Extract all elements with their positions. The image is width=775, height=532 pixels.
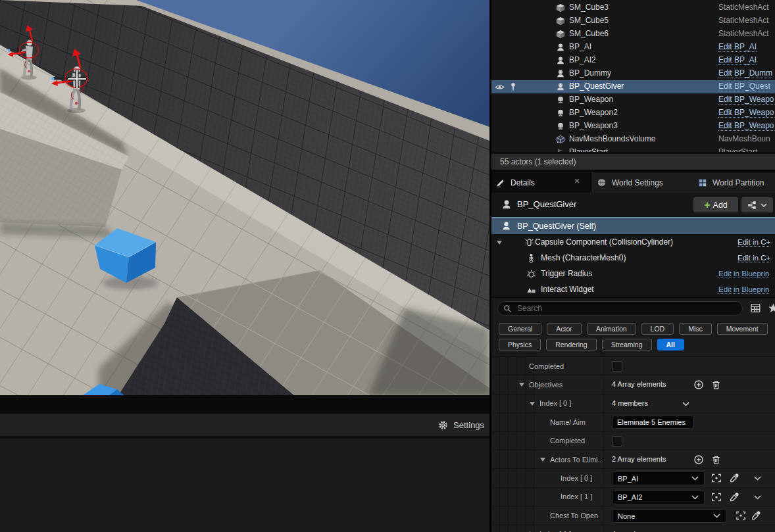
mesh-icon bbox=[526, 253, 536, 263]
edit-source-link[interactable]: Edit in Blueprin bbox=[718, 285, 769, 294]
component-row-Mesh[interactable]: Mesh (CharacterMesh0)Edit in C+ bbox=[491, 251, 775, 266]
pawn-icon bbox=[556, 82, 565, 91]
outliner-row-BP_Weapon2[interactable]: BP_Weapon2Edit BP_Weapo bbox=[491, 107, 775, 120]
actor-type-label: StaticMeshAct bbox=[718, 29, 775, 38]
eyedropper-icon[interactable] bbox=[730, 492, 740, 502]
plus-icon: + bbox=[704, 200, 710, 210]
settings-button[interactable]: Settings bbox=[453, 420, 484, 430]
component-row-self[interactable]: BP_QuestGiver (Self) bbox=[491, 217, 775, 234]
actor-label: PlayerStart bbox=[569, 147, 608, 152]
filter-pill-rendering[interactable]: Rendering bbox=[546, 339, 596, 351]
trash-icon[interactable] bbox=[711, 454, 722, 465]
outliner-row-BP_Dummy[interactable]: BP_DummyEdit BP_Dumm bbox=[491, 67, 775, 80]
dropdown-value: BP_AI2 bbox=[618, 493, 642, 501]
filter-pill-general[interactable]: General bbox=[499, 323, 541, 335]
sphere-icon bbox=[526, 269, 536, 279]
filter-pill-physics[interactable]: Physics bbox=[499, 339, 541, 351]
filter-pill-misc[interactable]: Misc bbox=[679, 323, 712, 335]
component-row-Interact[interactable]: Interact WidgetEdit in Blueprin bbox=[491, 282, 775, 298]
pawn-icon bbox=[556, 43, 565, 52]
eye-visibility-icon[interactable] bbox=[495, 84, 505, 91]
property-name-cell: Chest To Open bbox=[491, 506, 603, 524]
pin-icon[interactable] bbox=[510, 82, 516, 91]
filter-pill-streaming[interactable]: Streaming bbox=[602, 339, 652, 351]
outliner-row-SM_Cube6[interactable]: SM_Cube6StaticMeshAct bbox=[491, 28, 775, 41]
chevron-down-icon[interactable] bbox=[754, 495, 761, 500]
actor-label: SM_Cube6 bbox=[569, 29, 609, 38]
blueprint-hierarchy-button[interactable] bbox=[741, 197, 773, 212]
tab-world-settings[interactable]: World Settings bbox=[597, 172, 663, 193]
edit-blueprint-link[interactable]: Edit BP_AI bbox=[718, 55, 757, 65]
ball-icon bbox=[556, 95, 565, 105]
expander-expanded-icon[interactable] bbox=[497, 241, 502, 245]
outliner-row-SM_Cube3[interactable]: SM_Cube3StaticMeshAct bbox=[491, 1, 775, 14]
pawn-icon bbox=[556, 69, 565, 78]
outliner-row-BP_Weapon3[interactable]: BP_Weapon3Edit BP_Weapo bbox=[491, 120, 775, 133]
eyedropper-icon[interactable] bbox=[730, 473, 740, 483]
add-element-icon[interactable] bbox=[693, 379, 704, 390]
details-search-row: Search bbox=[491, 298, 775, 319]
pick-actor-icon[interactable] bbox=[711, 492, 722, 502]
chevron-down-icon[interactable] bbox=[754, 476, 761, 481]
search-input[interactable]: Search bbox=[497, 301, 743, 316]
actor-select-dropdown[interactable]: BP_AI2 bbox=[612, 491, 705, 504]
component-label: Interact Widget bbox=[541, 285, 594, 294]
tab-details[interactable]: Details × bbox=[491, 172, 591, 193]
edit-blueprint-link[interactable]: Edit BP_Quest bbox=[718, 82, 770, 91]
add-element-icon[interactable] bbox=[693, 454, 704, 465]
actor-type-label: StaticMeshAct bbox=[718, 3, 775, 12]
actor-type-label: StaticMeshAct bbox=[718, 16, 775, 25]
outliner-row-BP_QuestGiver[interactable]: BP_QuestGiverEdit BP_Quest bbox=[491, 80, 775, 93]
outliner-row-BP_Weapon[interactable]: BP_WeaponEdit BP_Weapo bbox=[491, 93, 775, 107]
outliner-row-BP_AI2[interactable]: BP_AI2Edit BP_AI bbox=[491, 54, 775, 67]
edit-source-link[interactable]: Edit in Blueprin bbox=[718, 270, 769, 278]
checkbox-unchecked[interactable] bbox=[612, 436, 622, 447]
edit-blueprint-link[interactable]: Edit BP_Weapo bbox=[718, 95, 774, 105]
actor-label: BP_AI2 bbox=[569, 55, 596, 64]
outliner-row-BP_AI[interactable]: BP_AIEdit BP_AI bbox=[491, 41, 775, 54]
add-button-label: Add bbox=[713, 201, 728, 210]
edit-source-link[interactable]: Edit in C+ bbox=[738, 254, 770, 262]
property-value-cell: 2 Array elements bbox=[612, 450, 775, 468]
component-row-Trigger[interactable]: Trigger RadiusEdit in Blueprin bbox=[491, 266, 775, 282]
edit-blueprint-link[interactable]: Edit BP_Dumm bbox=[718, 68, 772, 78]
viewport-3d-scene[interactable] bbox=[0, 0, 489, 395]
actor-pawn-icon bbox=[501, 199, 512, 210]
text-field[interactable]: Eleminate 5 Enemies bbox=[612, 416, 693, 429]
filter-pill-actor[interactable]: Actor bbox=[547, 323, 582, 335]
filter-pill-lod[interactable]: LOD bbox=[641, 323, 674, 335]
close-icon[interactable]: × bbox=[574, 176, 580, 185]
filter-pill-movement[interactable]: Movement bbox=[717, 323, 768, 335]
add-component-button[interactable]: + Add bbox=[693, 197, 738, 212]
property-value-cell bbox=[612, 432, 775, 450]
actor-label: BP_AI bbox=[569, 42, 591, 51]
property-value-cell: None bbox=[612, 506, 775, 524]
checkbox-unchecked[interactable] bbox=[612, 361, 622, 372]
edit-source-link[interactable]: Edit in C+ bbox=[738, 238, 770, 247]
edit-blueprint-link[interactable]: Edit BP_Weapo bbox=[718, 121, 774, 131]
pick-actor-icon[interactable] bbox=[711, 473, 722, 483]
display-settings-icon[interactable] bbox=[750, 302, 761, 314]
outliner-row-NavMeshBoundsVolume[interactable]: NavMeshBoundsVolumeNavMeshBoun bbox=[491, 133, 775, 146]
eyedropper-icon[interactable] bbox=[751, 510, 762, 521]
filter-pill-all[interactable]: All bbox=[657, 339, 684, 351]
pawn-icon bbox=[556, 56, 565, 65]
actor-select-dropdown[interactable]: None bbox=[612, 509, 726, 523]
filter-pill-animation[interactable]: Animation bbox=[587, 323, 636, 335]
world-outliner-list: SM_Cube3StaticMeshActSM_Cube5StaticMeshA… bbox=[491, 0, 775, 152]
edit-blueprint-link[interactable]: Edit BP_Weapo bbox=[718, 108, 774, 118]
edit-blueprint-link[interactable]: Edit BP_AI bbox=[718, 42, 757, 52]
pick-actor-icon[interactable] bbox=[736, 510, 746, 521]
tab-world-partition[interactable]: World Partition bbox=[698, 172, 764, 193]
outliner-row-PlayerStart[interactable]: PlayerStartPlayerStart bbox=[491, 146, 775, 152]
chevron-down-icon[interactable] bbox=[682, 402, 689, 406]
trash-icon[interactable] bbox=[711, 379, 722, 390]
selected-actor-name: BP_QuestGiver bbox=[517, 199, 576, 209]
cube-icon bbox=[556, 16, 565, 26]
property-value-cell: 4 members bbox=[612, 525, 775, 532]
component-row-Capsule[interactable]: Capsule Component (CollisionCylinder)Edi… bbox=[491, 235, 775, 251]
actor-select-dropdown[interactable]: BP_AI bbox=[612, 472, 705, 485]
outliner-row-SM_Cube5[interactable]: SM_Cube5StaticMeshAct bbox=[491, 14, 775, 28]
favorites-star-icon[interactable] bbox=[768, 302, 775, 314]
array-count-label: 4 Array elements bbox=[612, 380, 666, 388]
